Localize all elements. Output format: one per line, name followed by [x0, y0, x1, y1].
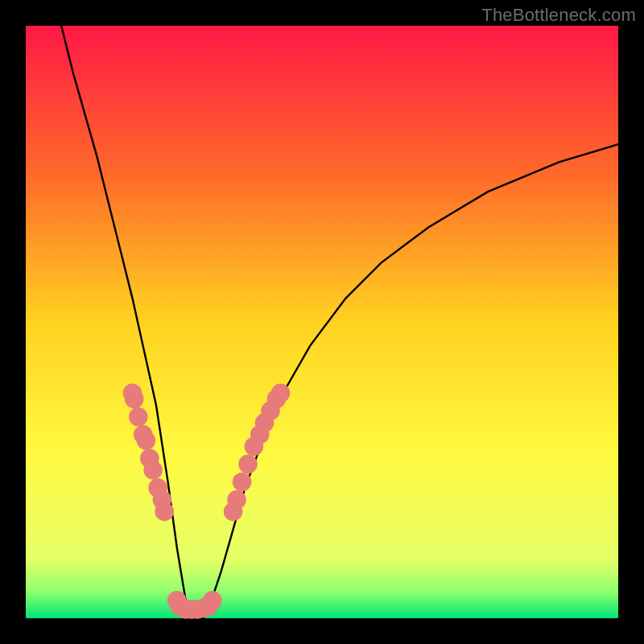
marker-dot: [271, 384, 291, 403]
marker-layer: [123, 384, 291, 619]
marker-dot: [129, 407, 148, 427]
marker-dot: [238, 455, 258, 474]
marker-dot: [137, 431, 156, 450]
marker-dot: [227, 490, 246, 510]
marker-dot: [233, 473, 252, 492]
marker-dot: [125, 390, 144, 409]
curve-path: [61, 26, 618, 618]
watermark-text: TheBottleneck.com: [481, 5, 636, 26]
chart-svg: [26, 26, 618, 618]
marker-dot: [143, 460, 163, 480]
marker-dot: [155, 502, 174, 522]
marker-dot: [203, 591, 222, 610]
chart-frame: TheBottleneck.com: [0, 0, 644, 644]
